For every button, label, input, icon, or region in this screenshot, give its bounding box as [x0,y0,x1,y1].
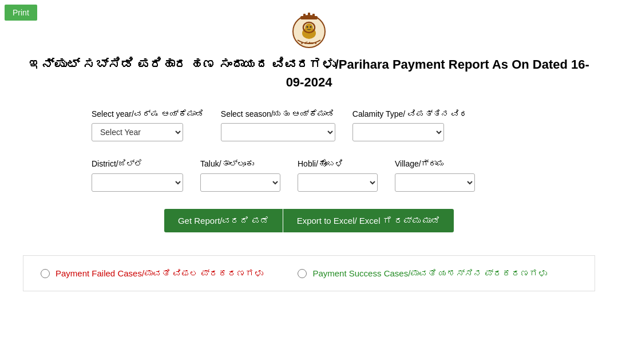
season-select[interactable]: Kharif/ಖರೀಫ್ Rabi/ರಬಿ [221,123,335,141]
season-group: Select season/ಋತು ಆಯ್ಕೆಮಾಡಿ Kharif/ಖರೀಫ್… [221,109,335,142]
payment-failed-group: Payment Failed Cases/ಪಾವತಿ ವಿಫಲ ಪ್ರಕರಣಗಳ… [41,267,263,279]
payment-failed-label: Payment Failed Cases/ಪಾವತಿ ವಿಫಲ ಪ್ರಕರಣಗಳ… [56,267,263,279]
state-emblem: ಕರ್ನಾಟಕ [289,11,329,52]
header-section: ಕರ್ನಾಟಕ ಇನ್‌ಪುಟ್ ಸಬ್ಸಿಡಿ ಪರಿಹಾರ ಹಣ ಸಂದಾಯ… [0,0,618,97]
year-group: Select year/ವರ್ಷ ಆಯ್ಕೆಮಾಡಿ Select Year 2… [92,109,204,142]
svg-rect-2 [303,14,306,17]
svg-rect-3 [308,13,310,17]
village-select[interactable] [395,173,475,192]
print-button[interactable]: Print [5,5,37,21]
payment-failed-radio[interactable] [41,269,50,278]
district-group: District/ಜಿಲ್ಲೆ [92,159,183,192]
taluk-label: Taluk/ತಾಲ್ಲೂಕು [200,159,280,170]
page-title: ಇನ್‌ಪುಟ್ ಸಬ್ಸಿಡಿ ಪರಿಹಾರ ಹಣ ಸಂದಾಯದ ವಿವರಗಳ… [0,56,618,92]
button-row: Get Report/ವರದಿ ಪಡೆ Export to Excel/ Exc… [92,209,526,232]
get-report-button[interactable]: Get Report/ವರದಿ ಪಡೆ [164,209,283,232]
hobli-label: Hobli/ಹೋಬಳಿ [298,159,378,170]
taluk-select[interactable] [200,173,280,192]
season-label: Select season/ಋತು ಆಯ್ಕೆಮಾಡಿ [221,109,335,120]
svg-text:ಕರ್ನಾಟಕ: ಕರ್ನಾಟಕ [300,41,318,45]
export-excel-button[interactable]: Export to Excel/ Excel ಗೆ ರಪ್ಪು ಮಾಡಿ [283,209,454,232]
calamity-select[interactable]: Flood/ಪ್ರವಾಹ Drought/ಬರ [352,123,444,141]
form-row-2: District/ಜಿಲ್ಲೆ Taluk/ತಾಲ್ಲೂಕು Hobli/ಹೋಬ… [92,159,526,192]
calamity-group: Calamity Type/ ವಿಪತ್ತಿನ ವಿಧ Flood/ಪ್ರವಾಹ… [352,109,468,142]
village-label: Village/ಗ್ರಾಮ [395,159,475,170]
radio-section: Payment Failed Cases/ಪಾವತಿ ವಿಫಲ ಪ್ರಕರಣಗಳ… [23,255,595,291]
payment-success-group: Payment Success Cases/ಪಾವತಿ ಯಶಸ್ಸಿನ ಪ್ರಕ… [298,267,546,279]
district-label: District/ಜಿಲ್ಲೆ [92,159,183,170]
village-group: Village/ಗ್ರಾಮ [395,159,475,192]
svg-point-8 [310,26,312,28]
payment-success-label: Payment Success Cases/ಪಾವತಿ ಯಶಸ್ಸಿನ ಪ್ರಕ… [312,267,546,279]
svg-rect-4 [312,14,315,17]
hobli-select[interactable] [298,173,378,192]
svg-point-7 [307,26,308,28]
year-label: Select year/ವರ್ಷ ಆಯ್ಕೆಮಾಡಿ [92,109,204,120]
calamity-label: Calamity Type/ ವಿಪತ್ತಿನ ವಿಧ [352,109,468,120]
year-select[interactable]: Select Year 2024 2023 2022 2021 [92,123,183,141]
form-row-1: Select year/ವರ್ಷ ಆಯ್ಕೆಮಾಡಿ Select Year 2… [92,109,526,142]
form-section: Select year/ವರ್ಷ ಆಯ್ಕೆಮಾಡಿ Select Year 2… [0,97,618,255]
district-select[interactable] [92,173,183,192]
hobli-group: Hobli/ಹೋಬಳಿ [298,159,378,192]
payment-success-radio[interactable] [298,269,307,278]
svg-point-6 [305,23,313,31]
taluk-group: Taluk/ತಾಲ್ಲೂಕು [200,159,280,192]
